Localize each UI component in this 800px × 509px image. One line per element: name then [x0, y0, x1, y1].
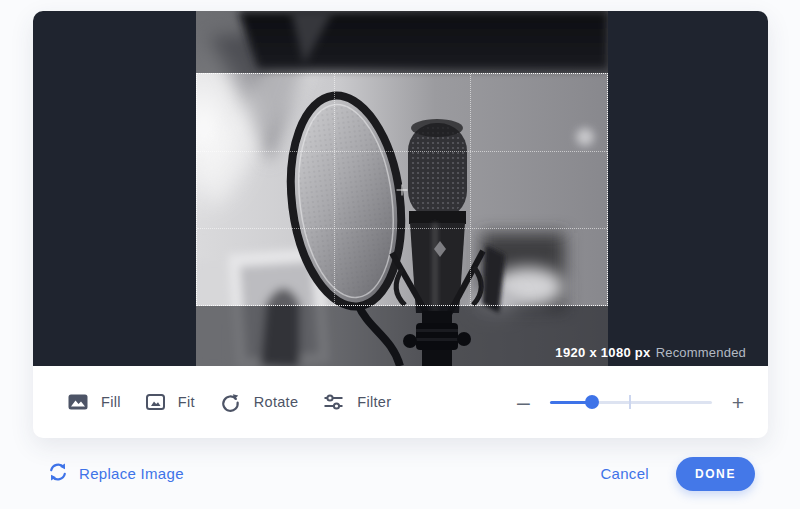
- rotate-button[interactable]: Rotate: [220, 392, 299, 413]
- tool-buttons: Fill Fit Rotate: [68, 392, 391, 413]
- dialog-footer: Replace Image Cancel DONE: [33, 438, 768, 509]
- footer-actions: Cancel DONE: [600, 457, 755, 491]
- replace-image-button[interactable]: Replace Image: [48, 462, 184, 485]
- editor-toolbar: Fill Fit Rotate: [33, 366, 768, 438]
- thirds-vertical-line: [470, 74, 471, 305]
- replace-image-label: Replace Image: [79, 465, 184, 482]
- refresh-icon: [48, 462, 68, 485]
- fit-label: Fit: [178, 394, 195, 410]
- fill-button[interactable]: Fill: [68, 394, 121, 410]
- filter-label: Filter: [357, 394, 391, 410]
- filter-button[interactable]: Filter: [323, 393, 391, 411]
- thirds-horizontal-line: [197, 228, 607, 229]
- thirds-horizontal-line: [197, 151, 607, 152]
- thirds-vertical-line: [334, 74, 335, 305]
- zoom-slider-midpoint-tick: [629, 395, 631, 409]
- zoom-slider-thumb[interactable]: [585, 395, 599, 409]
- image-canvas: 1920 x 1080 pxRecommended: [33, 11, 768, 366]
- rotate-cw-icon: [220, 392, 241, 413]
- rotate-label: Rotate: [254, 394, 299, 410]
- crop-center-marker: [397, 184, 408, 195]
- fill-label: Fill: [101, 394, 121, 410]
- cancel-button[interactable]: Cancel: [600, 465, 649, 482]
- zoom-in-button[interactable]: +: [732, 392, 744, 413]
- image-editor-dialog: 1920 x 1080 pxRecommended Fill: [33, 11, 768, 438]
- image-fill-icon: [68, 394, 88, 410]
- recommended-size: 1920 x 1080 px: [555, 345, 650, 360]
- zoom-control: – +: [517, 391, 744, 414]
- done-button[interactable]: DONE: [676, 457, 755, 491]
- crop-region[interactable]: [196, 73, 608, 306]
- image-fit-icon: [146, 394, 165, 410]
- zoom-slider[interactable]: [550, 395, 712, 409]
- fit-button[interactable]: Fit: [146, 394, 195, 410]
- recommended-label: Recommended: [656, 345, 746, 360]
- recommended-resolution-note: 1920 x 1080 pxRecommended: [555, 345, 746, 360]
- sliders-icon: [323, 393, 344, 411]
- zoom-out-button[interactable]: –: [517, 391, 530, 414]
